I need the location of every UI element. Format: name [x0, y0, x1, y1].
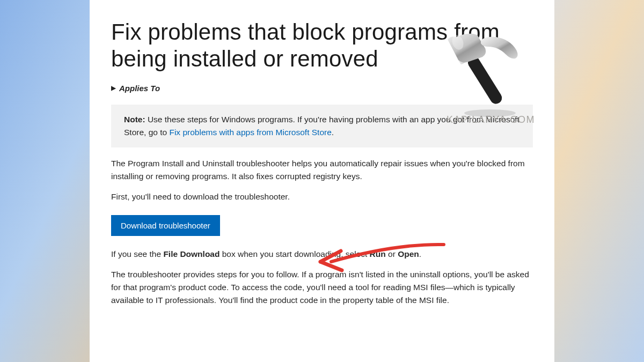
- p3-t1: If you see the: [111, 249, 163, 258]
- note-link[interactable]: Fix problems with apps from Microsoft St…: [169, 128, 331, 137]
- note-label: Note:: [124, 115, 145, 124]
- applies-to-label: Applies To: [119, 84, 160, 93]
- applies-to-toggle[interactable]: ▶ Applies To: [111, 84, 533, 93]
- p3-b3: Open: [398, 249, 419, 258]
- page-title: Fix problems that block programs from be…: [111, 19, 533, 73]
- note-callout: Note: Use these steps for Windows progra…: [111, 105, 533, 147]
- p3-t2: box when you start downloading, select: [219, 249, 369, 258]
- note-text-2: .: [332, 128, 334, 137]
- paragraph-file-download: If you see the File Download box when yo…: [111, 248, 533, 261]
- article-card: Fix problems that block programs from be…: [90, 0, 554, 362]
- download-button[interactable]: Download troubleshooter: [111, 215, 220, 236]
- chevron-right-icon: ▶: [111, 84, 116, 92]
- paragraph-details: The troubleshooter provides steps for yo…: [111, 268, 533, 307]
- p3-b1: File Download: [163, 249, 219, 258]
- paragraph-download-hint: First, you'll need to download the troub…: [111, 190, 533, 203]
- p3-b2: Run: [370, 249, 386, 258]
- paragraph-intro: The Program Install and Uninstall troubl…: [111, 157, 533, 183]
- watermark-text: KAPILARYA.COM: [447, 114, 535, 125]
- p3-t3: or: [386, 249, 398, 258]
- p3-t4: .: [419, 249, 421, 258]
